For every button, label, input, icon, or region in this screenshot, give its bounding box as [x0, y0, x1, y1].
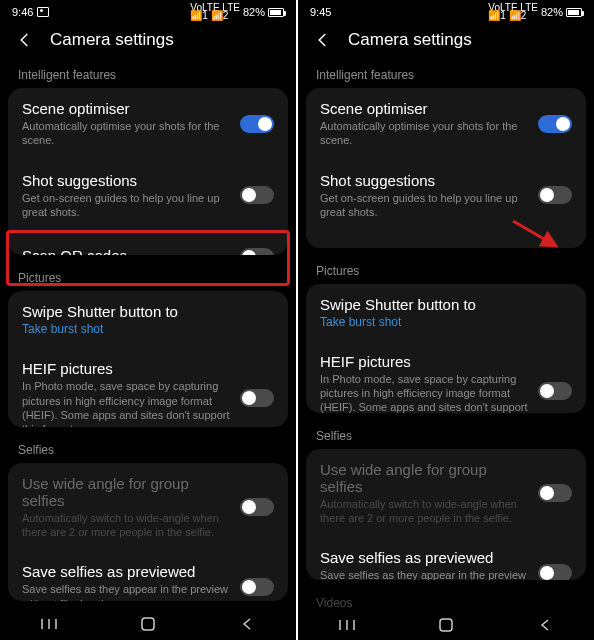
- nav-home[interactable]: [138, 614, 158, 634]
- card-pictures: Swipe Shutter button to Take burst shot …: [306, 284, 586, 413]
- card-pictures: Swipe Shutter button to Take burst shot …: [8, 291, 288, 427]
- row-swipe-shutter[interactable]: Swipe Shutter button to Take burst shot: [306, 284, 586, 341]
- svg-rect-0: [142, 618, 154, 630]
- svg-rect-1: [440, 619, 452, 631]
- card-selfies: Use wide angle for group selfies Automat…: [8, 463, 288, 601]
- row-scene-optimiser[interactable]: Scene optimiser Automatically optimise y…: [306, 88, 586, 160]
- page-title: Camera settings: [50, 30, 174, 50]
- status-bar: 9:45 VoLTE LTE📶1 📶2 82%: [298, 0, 594, 22]
- qr-toggle[interactable]: [240, 248, 274, 256]
- scene-toggle[interactable]: [240, 115, 274, 133]
- row-shot-suggestions[interactable]: Shot suggestions Get on-screen guides to…: [8, 160, 288, 232]
- phone-right: 9:45 VoLTE LTE📶1 📶2 82% Camera settings …: [298, 0, 594, 640]
- shot-toggle[interactable]: [538, 186, 572, 204]
- wide-title: Use wide angle for group selfies: [320, 461, 528, 495]
- scene-toggle[interactable]: [538, 115, 572, 133]
- shot-sub: Get on-screen guides to help you line up…: [320, 191, 528, 220]
- shot-title: Shot suggestions: [22, 172, 230, 189]
- clock: 9:46: [12, 6, 33, 18]
- wide-title: Use wide angle for group selfies: [22, 475, 230, 509]
- back-icon[interactable]: [16, 31, 34, 49]
- row-heif[interactable]: HEIF pictures In Photo mode, save space …: [306, 341, 586, 413]
- shot-title: Shot suggestions: [320, 172, 528, 189]
- heif-sub: In Photo mode, save space by capturing p…: [320, 372, 528, 413]
- section-selfies: Selfies: [0, 435, 296, 463]
- heif-sub: In Photo mode, save space by capturing p…: [22, 379, 230, 427]
- qr-title: Scan QR codes: [22, 247, 230, 255]
- page-title: Camera settings: [348, 30, 472, 50]
- nav-recents[interactable]: [39, 614, 59, 634]
- network-icon: VoLTE LTE📶1 📶2: [488, 4, 538, 20]
- row-swipe-shutter[interactable]: Swipe Shutter button to Take burst shot: [8, 291, 288, 348]
- row-scan-qr[interactable]: Scan QR codes: [306, 231, 586, 247]
- row-scene-optimiser[interactable]: Scene optimiser Automatically optimise y…: [8, 88, 288, 160]
- screenshot-icon: [37, 7, 49, 17]
- save-sub: Save selfies as they appear in the previ…: [320, 568, 528, 580]
- section-pictures: Pictures: [298, 256, 594, 284]
- battery-icon: [268, 8, 284, 17]
- card-selfies: Use wide angle for group selfies Automat…: [306, 449, 586, 581]
- wide-toggle: [538, 484, 572, 502]
- scene-sub: Automatically optimise your shots for th…: [22, 119, 230, 148]
- network-icon: VoLTE LTE📶1 📶2: [190, 4, 240, 20]
- header: Camera settings: [0, 22, 296, 60]
- save-title: Save selfies as previewed: [22, 563, 230, 580]
- save-toggle[interactable]: [538, 564, 572, 580]
- phone-left: 9:46 VoLTE LTE📶1 📶2 82% Camera settings …: [0, 0, 296, 640]
- row-wide-angle: Use wide angle for group selfies Automat…: [8, 463, 288, 552]
- heif-title: HEIF pictures: [22, 360, 230, 377]
- row-shot-suggestions[interactable]: Shot suggestions Get on-screen guides to…: [306, 160, 586, 232]
- heif-title: HEIF pictures: [320, 353, 528, 370]
- card-intelligent: Scene optimiser Automatically optimise y…: [8, 88, 288, 255]
- wide-sub: Automatically switch to wide-angle when …: [320, 497, 528, 526]
- nav-bar: [298, 610, 594, 640]
- scene-title: Scene optimiser: [22, 100, 230, 117]
- nav-recents[interactable]: [337, 615, 357, 635]
- row-save-selfies[interactable]: Save selfies as previewed Save selfies a…: [306, 537, 586, 580]
- battery-icon: [566, 8, 582, 17]
- row-save-selfies[interactable]: Save selfies as previewed Save selfies a…: [8, 551, 288, 600]
- save-title: Save selfies as previewed: [320, 549, 528, 566]
- wide-sub: Automatically switch to wide-angle when …: [22, 511, 230, 540]
- save-sub: Save selfies as they appear in the previ…: [22, 582, 230, 600]
- nav-bar: [0, 609, 296, 640]
- heif-toggle[interactable]: [538, 382, 572, 400]
- header: Camera settings: [298, 22, 594, 60]
- nav-back[interactable]: [237, 614, 257, 634]
- back-icon[interactable]: [314, 31, 332, 49]
- row-scan-qr[interactable]: Scan QR codes: [8, 231, 288, 255]
- section-intelligent: Intelligent features: [0, 60, 296, 88]
- scene-sub: Automatically optimise your shots for th…: [320, 119, 528, 148]
- row-wide-angle: Use wide angle for group selfies Automat…: [306, 449, 586, 538]
- wide-toggle: [240, 498, 274, 516]
- nav-back[interactable]: [535, 615, 555, 635]
- battery-percent: 82%: [243, 6, 265, 18]
- clock: 9:45: [310, 6, 331, 18]
- swipe-title: Swipe Shutter button to: [320, 296, 572, 313]
- nav-home[interactable]: [436, 615, 456, 635]
- scene-title: Scene optimiser: [320, 100, 528, 117]
- section-selfies: Selfies: [298, 421, 594, 449]
- save-toggle[interactable]: [240, 578, 274, 596]
- status-bar: 9:46 VoLTE LTE📶1 📶2 82%: [0, 0, 296, 22]
- battery-percent: 82%: [541, 6, 563, 18]
- swipe-link: Take burst shot: [22, 322, 274, 336]
- swipe-link: Take burst shot: [320, 315, 572, 329]
- section-videos: Videos: [298, 588, 594, 610]
- section-intelligent: Intelligent features: [298, 60, 594, 88]
- swipe-title: Swipe Shutter button to: [22, 303, 274, 320]
- heif-toggle[interactable]: [240, 389, 274, 407]
- row-heif[interactable]: HEIF pictures In Photo mode, save space …: [8, 348, 288, 427]
- card-intelligent: Scene optimiser Automatically optimise y…: [306, 88, 586, 248]
- shot-toggle[interactable]: [240, 186, 274, 204]
- shot-sub: Get on-screen guides to help you line up…: [22, 191, 230, 220]
- section-pictures: Pictures: [0, 263, 296, 291]
